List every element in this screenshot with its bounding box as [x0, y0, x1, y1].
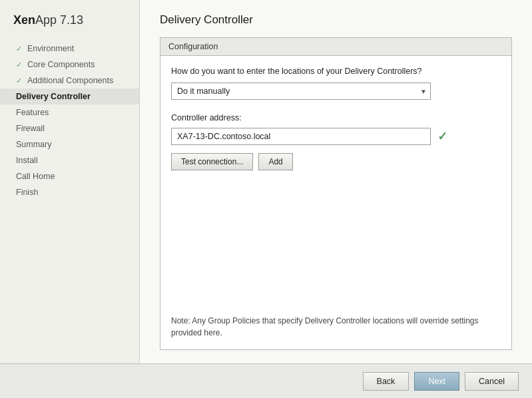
config-body: How do you want to enter the locations o…	[160, 56, 511, 349]
check-icon-environment: ✓	[16, 45, 22, 53]
app-title: XenApp 7.13	[0, 13, 139, 41]
config-box: Configuration How do you want to enter t…	[160, 37, 512, 350]
app-title-bold: Xen	[13, 13, 35, 27]
sidebar: XenApp 7.13 ✓ Environment ✓ Core Compone…	[0, 0, 140, 363]
back-button[interactable]: Back	[363, 372, 409, 391]
sidebar-item-core-components[interactable]: ✓ Core Components	[0, 57, 139, 73]
cancel-button[interactable]: Cancel	[465, 372, 519, 391]
controller-address-input[interactable]	[171, 128, 431, 145]
sidebar-item-firewall[interactable]: Firewall	[0, 120, 139, 136]
sidebar-label-delivery: Delivery Controller	[16, 92, 91, 101]
sidebar-label-core: Core Components	[27, 60, 95, 69]
sidebar-item-summary[interactable]: Summary	[0, 136, 139, 152]
page-title: Delivery Controller	[160, 13, 512, 27]
question-text: How do you want to enter the locations o…	[171, 67, 501, 76]
sidebar-item-features[interactable]: Features	[0, 104, 139, 120]
test-connection-button[interactable]: Test connection...	[171, 153, 253, 170]
sidebar-label-additional: Additional Components	[27, 76, 113, 85]
check-icon-core: ✓	[16, 61, 22, 69]
app-title-normal: App 7.13	[35, 13, 83, 27]
config-header: Configuration	[160, 38, 511, 56]
dropdown-wrapper: Do it manually Let Machine Creation Serv…	[171, 83, 431, 100]
delivery-controller-dropdown[interactable]: Do it manually Let Machine Creation Serv…	[171, 83, 431, 100]
sidebar-label-install: Install	[16, 156, 38, 165]
sidebar-item-additional-components[interactable]: ✓ Additional Components	[0, 73, 139, 89]
sidebar-label-features: Features	[16, 108, 49, 117]
sidebar-label-firewall: Firewall	[16, 124, 45, 133]
note-text: Note: Any Group Policies that specify De…	[171, 307, 501, 339]
sidebar-item-call-home[interactable]: Call Home	[0, 168, 139, 184]
footer: Back Next Cancel	[0, 363, 532, 398]
sidebar-label-call-home: Call Home	[16, 172, 55, 181]
button-row: Test connection... Add	[171, 153, 501, 170]
input-row: ✓	[171, 128, 501, 145]
sidebar-item-install[interactable]: Install	[0, 152, 139, 168]
sidebar-label-environment: Environment	[27, 44, 74, 53]
check-icon-additional: ✓	[16, 77, 22, 85]
sidebar-item-environment[interactable]: ✓ Environment	[0, 41, 139, 57]
add-button[interactable]: Add	[258, 153, 292, 170]
sidebar-label-summary: Summary	[16, 140, 51, 149]
content-area: XenApp 7.13 ✓ Environment ✓ Core Compone…	[0, 0, 532, 363]
sidebar-item-delivery-controller[interactable]: Delivery Controller	[0, 89, 139, 104]
main-area: Delivery Controller Configuration How do…	[140, 0, 532, 363]
controller-address-label: Controller address:	[171, 113, 501, 122]
sidebar-label-finish: Finish	[16, 188, 38, 197]
sidebar-item-finish[interactable]: Finish	[0, 184, 139, 200]
next-button[interactable]: Next	[414, 372, 459, 391]
valid-check-icon: ✓	[437, 129, 447, 144]
main-window: XenApp 7.13 ✓ Environment ✓ Core Compone…	[0, 0, 532, 398]
